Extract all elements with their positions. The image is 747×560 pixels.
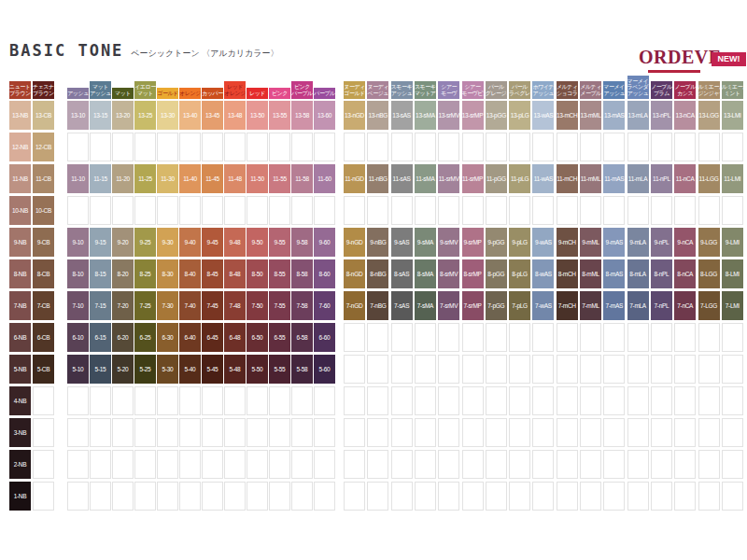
color-swatch-11-mAS: 11-mAS <box>603 164 625 193</box>
empty-cell <box>438 418 459 447</box>
column-tab-pGG: パールグレージュ <box>486 81 507 99</box>
column-tab-label: マーメイド <box>603 84 625 91</box>
color-swatch-5-30: 5-30 <box>157 355 178 384</box>
column-tab-label: ゴールド <box>157 91 178 97</box>
color-swatch-13-30: 13-30 <box>157 101 178 130</box>
column-tab-label: アッシュ <box>67 91 89 97</box>
empty-cell <box>112 196 134 225</box>
column-tab-label: ラベグレージュ <box>509 91 530 97</box>
color-swatch-9-nPL: 9-nPL <box>651 228 672 257</box>
color-swatch-5-55: 5-55 <box>269 355 290 384</box>
color-swatch-13-mLA: 13-mLA <box>627 101 649 130</box>
empty-cell <box>627 196 649 225</box>
empty-cell <box>627 386 649 415</box>
color-swatch-8-50: 8-50 <box>247 259 268 288</box>
empty-cell <box>90 196 111 225</box>
empty-cell <box>698 482 720 511</box>
column-tab-label: チェスナット <box>33 84 54 91</box>
color-swatch-11-CB: 11-CB <box>33 164 54 193</box>
empty-cell <box>33 482 54 511</box>
empty-cell <box>314 482 335 511</box>
color-swatch-11-58: 11-58 <box>291 164 313 193</box>
color-swatch-7-mML: 7-mML <box>580 291 601 320</box>
column-tab-label: アッシュ <box>90 91 111 97</box>
color-swatch-9-srMV: 9-srMV <box>438 228 459 257</box>
column-tab-pLG: パールラベグレージュ <box>509 81 530 99</box>
empty-cell <box>67 386 89 415</box>
color-swatch-11-sMA: 11-sMA <box>415 164 436 193</box>
empty-cell <box>391 450 413 479</box>
column-tab-label: ルミエール <box>722 84 743 91</box>
page-subtitle: ベーシックトーン 〈アルカリカラー〉 <box>131 49 278 58</box>
column-tab-sMA: スモーキーマットアッシュ <box>415 81 436 99</box>
empty-cell <box>580 418 601 447</box>
empty-cell <box>67 196 89 225</box>
empty-cell <box>557 323 578 352</box>
empty-cell <box>33 450 54 479</box>
color-swatch-7-20: 7-20 <box>112 291 134 320</box>
color-swatch-8-sAS: 8-sAS <box>391 259 413 288</box>
empty-cell <box>698 386 720 415</box>
empty-cell <box>580 450 601 479</box>
column-tab-label: ミント <box>722 91 743 97</box>
empty-cell <box>134 418 156 447</box>
color-swatch-9-45: 9-45 <box>202 228 223 257</box>
color-swatch-5-50: 5-50 <box>247 355 268 384</box>
color-swatch-8-wAS: 8-wAS <box>532 259 554 288</box>
empty-cell <box>438 133 459 161</box>
empty-cell <box>367 355 388 384</box>
empty-cell <box>291 196 313 225</box>
color-swatch-11-25: 11-25 <box>134 164 156 193</box>
empty-cell <box>627 323 649 352</box>
empty-cell <box>415 355 436 384</box>
color-swatch-13-NB: 13-NB <box>9 101 31 130</box>
empty-cell <box>112 450 134 479</box>
column-tab-label: ショコラ <box>557 91 578 97</box>
column-tab-wAS: ホワイティアッシュ <box>532 81 554 99</box>
empty-cell <box>269 482 290 511</box>
empty-cell <box>438 482 459 511</box>
color-swatch-7-50: 7-50 <box>247 291 268 320</box>
empty-cell <box>627 450 649 479</box>
column-tab-label: レッド <box>247 91 268 97</box>
color-swatch-9-60: 9-60 <box>314 228 335 257</box>
color-swatch-13-srMP: 13-srMP <box>462 101 484 130</box>
empty-cell <box>33 386 54 415</box>
column-tab-label: パープル <box>314 91 335 97</box>
empty-cell <box>291 482 313 511</box>
empty-cell <box>509 386 530 415</box>
empty-cell <box>391 355 413 384</box>
color-swatch-7-CB: 7-CB <box>33 291 54 320</box>
column-tab-label: ピンク <box>291 84 313 91</box>
color-swatch-9-50: 9-50 <box>247 228 268 257</box>
empty-cell <box>698 450 720 479</box>
color-swatch-13-wAS: 13-wAS <box>532 101 554 130</box>
column-tab-40: オレンジ <box>179 88 201 100</box>
color-swatch-6-25: 6-25 <box>134 323 156 352</box>
empty-cell <box>134 482 156 511</box>
empty-cell <box>557 418 578 447</box>
color-swatch-11-48: 11-48 <box>224 164 246 193</box>
color-swatch-13-srMV: 13-srMV <box>438 101 459 130</box>
color-swatch-7-mAS: 7-mAS <box>603 291 625 320</box>
empty-cell <box>179 418 201 447</box>
color-swatch-8-pLG: 8-pLG <box>509 259 530 288</box>
empty-cell <box>722 386 743 415</box>
empty-cell <box>509 355 530 384</box>
color-swatch-7-srMV: 7-srMV <box>438 291 459 320</box>
empty-cell <box>224 196 246 225</box>
color-swatch-10-CB: 10-CB <box>33 196 54 225</box>
color-swatch-13-pGG: 13-pGG <box>486 101 507 130</box>
brand-tagline-mark <box>648 70 700 73</box>
empty-cell <box>603 418 625 447</box>
empty-cell <box>438 355 459 384</box>
column-tab-CB: チェスナットブラウン <box>33 81 54 99</box>
color-swatch-13-40: 13-40 <box>179 101 201 130</box>
empty-cell <box>157 482 178 511</box>
empty-cell <box>112 133 134 161</box>
color-swatch-6-45: 6-45 <box>202 323 223 352</box>
empty-cell <box>134 386 156 415</box>
color-swatch-9-30: 9-30 <box>157 228 178 257</box>
color-swatch-8-30: 8-30 <box>157 259 178 288</box>
empty-cell <box>415 323 436 352</box>
